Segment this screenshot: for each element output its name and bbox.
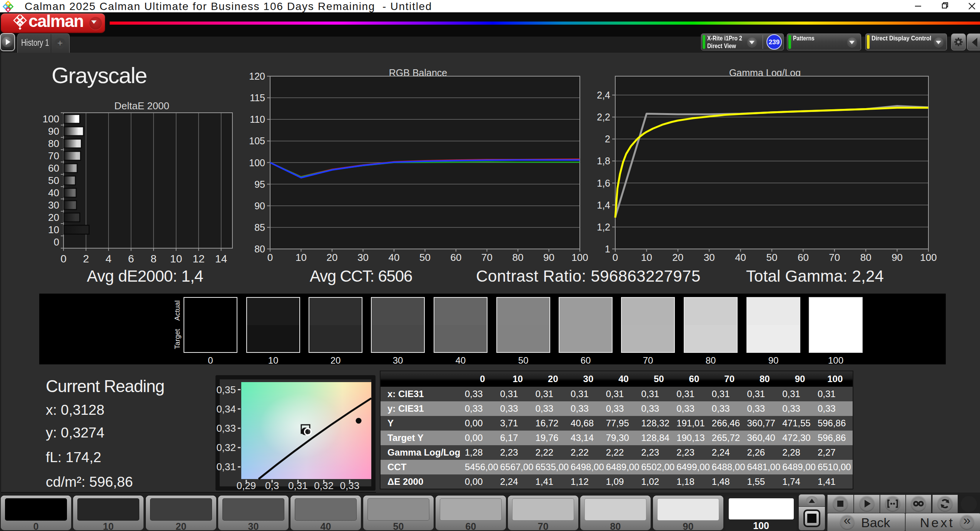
svg-text:105: 105: [249, 135, 265, 146]
svg-text:60: 60: [798, 252, 809, 263]
svg-text:30: 30: [704, 252, 715, 263]
svg-text:60: 60: [451, 252, 462, 263]
svg-text:10: 10: [48, 224, 59, 235]
svg-text:100: 100: [249, 157, 265, 168]
svg-text:70: 70: [829, 252, 840, 263]
svg-text:0: 0: [60, 253, 67, 265]
svg-text:20: 20: [327, 252, 338, 263]
svg-text:120: 120: [249, 71, 265, 82]
svg-text:80: 80: [860, 252, 871, 263]
svg-text:80: 80: [254, 244, 265, 254]
svg-text:20: 20: [672, 252, 683, 263]
svg-text:0,3: 0,3: [265, 480, 279, 491]
svg-text:40: 40: [735, 252, 746, 263]
svg-text:0,33: 0,33: [340, 480, 359, 491]
svg-text:0,33: 0,33: [216, 422, 236, 434]
svg-text:0: 0: [267, 252, 273, 263]
svg-text:70: 70: [48, 150, 59, 162]
svg-text:0,31: 0,31: [288, 480, 308, 491]
svg-text:30: 30: [48, 199, 59, 211]
svg-text:60: 60: [48, 162, 59, 174]
svg-text:70: 70: [481, 252, 493, 263]
svg-text:12: 12: [193, 253, 205, 265]
svg-text:1: 1: [605, 244, 610, 254]
svg-text:0,32: 0,32: [314, 480, 334, 491]
svg-text:0,31: 0,31: [216, 461, 236, 473]
svg-text:50: 50: [419, 252, 431, 263]
svg-text:0,32: 0,32: [216, 442, 236, 453]
svg-text:2: 2: [83, 253, 89, 265]
svg-text:0,35: 0,35: [216, 384, 236, 396]
svg-text:90: 90: [892, 252, 903, 263]
svg-text:85: 85: [254, 222, 265, 233]
svg-text:0,34: 0,34: [216, 403, 236, 415]
svg-text:80: 80: [513, 252, 524, 263]
svg-text:110: 110: [250, 114, 265, 125]
svg-text:2,2: 2,2: [597, 112, 610, 122]
svg-text:6: 6: [128, 253, 134, 265]
svg-text:20: 20: [48, 212, 59, 223]
svg-text:1,2: 1,2: [597, 222, 610, 232]
svg-text:115: 115: [250, 92, 265, 103]
svg-text:100: 100: [43, 113, 59, 125]
svg-text:14: 14: [215, 253, 227, 265]
svg-text:95: 95: [254, 179, 265, 190]
svg-text:4: 4: [105, 253, 112, 265]
svg-text:10: 10: [296, 252, 307, 263]
svg-text:DeltaE 2000: DeltaE 2000: [114, 100, 169, 112]
svg-text:1,4: 1,4: [597, 200, 610, 210]
svg-text:90: 90: [543, 252, 554, 263]
svg-text:0: 0: [54, 236, 59, 248]
svg-text:50: 50: [48, 175, 59, 186]
svg-text:0,29: 0,29: [237, 480, 256, 491]
svg-text:2,4: 2,4: [597, 90, 610, 100]
svg-text:50: 50: [766, 252, 778, 263]
svg-text:40: 40: [48, 187, 59, 199]
svg-text:1,8: 1,8: [597, 155, 610, 166]
svg-text:30: 30: [357, 252, 369, 263]
svg-text:100: 100: [920, 252, 937, 263]
svg-text:90: 90: [254, 200, 265, 211]
svg-text:80: 80: [48, 138, 59, 149]
svg-text:0: 0: [613, 252, 618, 263]
svg-text:1,6: 1,6: [597, 178, 610, 189]
svg-text:8: 8: [150, 253, 157, 265]
svg-text:10: 10: [641, 252, 652, 263]
svg-text:2: 2: [605, 134, 610, 144]
svg-text:10: 10: [170, 253, 182, 265]
svg-text:90: 90: [48, 125, 59, 137]
svg-text:40: 40: [389, 252, 400, 263]
svg-text:100: 100: [571, 252, 588, 263]
